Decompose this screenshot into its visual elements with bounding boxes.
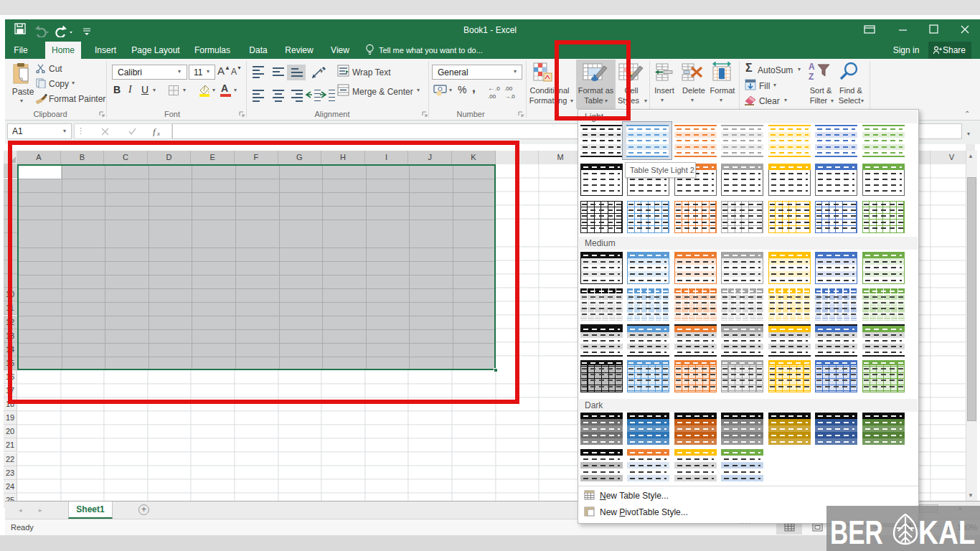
svg-text:Z: Z <box>809 72 814 82</box>
svg-text:A: A <box>809 62 815 72</box>
svg-text:x: x <box>156 130 160 136</box>
